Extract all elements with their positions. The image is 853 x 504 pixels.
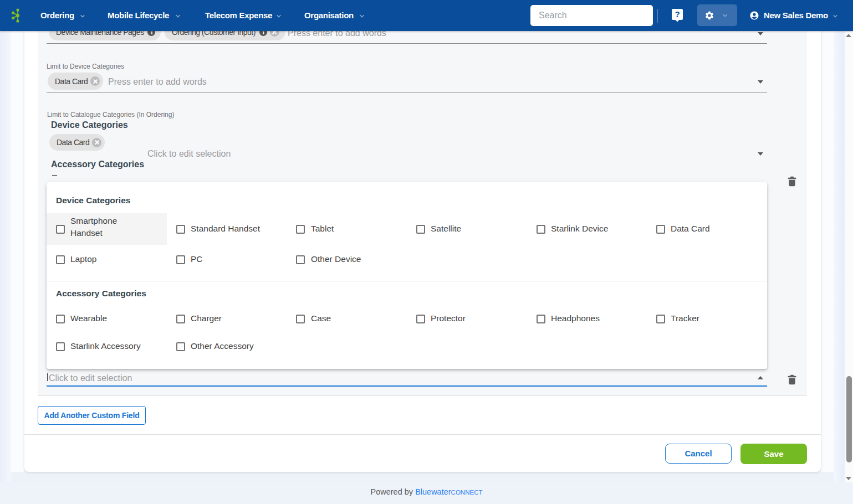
svg-text:?: ? [675,9,680,19]
